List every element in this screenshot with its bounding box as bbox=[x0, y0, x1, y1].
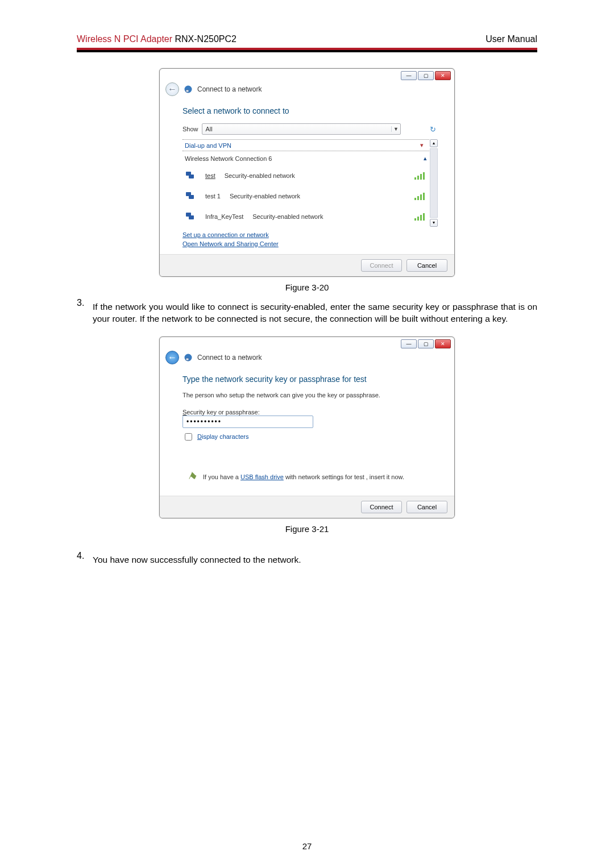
network-desc: Security-enabled network bbox=[252, 213, 323, 220]
step4-text: You have now successfully connected to t… bbox=[93, 554, 537, 566]
page-number: 27 bbox=[0, 841, 614, 851]
step3-text: If the network you would like to connect… bbox=[93, 301, 537, 325]
signal-strength-icon bbox=[414, 192, 427, 201]
connect-dialog-passphrase: — ▢ ✕ ← Connect to a network Type the ne… bbox=[159, 337, 455, 518]
scrollbar[interactable]: ▴ ▾ bbox=[429, 139, 438, 227]
dialog-title: Connect to a network bbox=[197, 85, 262, 93]
svg-rect-6 bbox=[420, 174, 422, 180]
passphrase-label: ecurity key or passphrase: bbox=[186, 409, 259, 416]
usb-drive-icon: ⚑ bbox=[186, 469, 200, 484]
dialog-subtext: The person who setup the network can giv… bbox=[182, 392, 438, 398]
maximize-icon[interactable]: ▢ bbox=[418, 71, 434, 80]
connect-dialog-select: — ▢ ✕ ← Connect to a network Select a ne… bbox=[159, 68, 455, 277]
computer-pair-icon bbox=[185, 170, 196, 181]
show-label: Show bbox=[182, 126, 198, 132]
title-product-red: Wireless N PCI Adapter bbox=[77, 34, 172, 44]
list-number-4: 4. bbox=[77, 551, 93, 573]
computer-pair-icon bbox=[185, 190, 196, 202]
link-setup-connection[interactable]: Set up a connection or network bbox=[182, 230, 438, 239]
connect-button[interactable]: Connect bbox=[361, 501, 402, 513]
scroll-track[interactable] bbox=[430, 148, 438, 218]
network-row[interactable]: test Security-enabled network bbox=[182, 165, 429, 186]
cancel-button[interactable]: Cancel bbox=[406, 259, 447, 272]
group-wireless-label: Wireless Network Connection 6 bbox=[185, 155, 272, 162]
dialog-title: Connect to a network bbox=[197, 354, 262, 362]
network-row[interactable]: Infra_KeyTest Security-enabled network bbox=[182, 206, 429, 227]
passphrase-input[interactable] bbox=[182, 416, 313, 428]
chevron-down-icon: ▼ bbox=[391, 126, 400, 132]
usb-flash-link[interactable]: USB flash drive bbox=[240, 474, 284, 480]
svg-rect-1 bbox=[186, 90, 189, 92]
chevron-up-icon: ▴ bbox=[424, 155, 427, 162]
svg-rect-12 bbox=[420, 194, 422, 200]
network-name: Infra_KeyTest bbox=[205, 213, 243, 220]
show-filter-combo[interactable]: All ▼ bbox=[202, 123, 401, 135]
svg-rect-5 bbox=[417, 176, 419, 180]
title-product-model: RNX-N250PC2 bbox=[172, 34, 237, 44]
cancel-button[interactable]: Cancel bbox=[406, 501, 447, 513]
close-icon[interactable]: ✕ bbox=[435, 71, 451, 80]
close-icon[interactable]: ✕ bbox=[435, 339, 451, 348]
svg-rect-18 bbox=[420, 215, 422, 221]
scroll-down-icon[interactable]: ▾ bbox=[430, 219, 438, 227]
svg-rect-9 bbox=[189, 195, 194, 199]
svg-rect-13 bbox=[423, 193, 425, 200]
dialog-heading: Select a network to connect to bbox=[182, 106, 438, 115]
computer-pair-icon bbox=[185, 211, 196, 222]
svg-rect-15 bbox=[189, 215, 194, 219]
display-characters-checkbox[interactable] bbox=[185, 433, 192, 441]
svg-rect-3 bbox=[189, 175, 194, 178]
dialog-heading: Type the network security key or passphr… bbox=[182, 375, 438, 384]
group-dialup-label: Dial-up and VPN bbox=[185, 142, 231, 149]
network-row[interactable]: test 1 Security-enabled network bbox=[182, 186, 429, 206]
signal-strength-icon bbox=[414, 212, 427, 221]
header-manual-label: User Manual bbox=[486, 34, 537, 44]
nav-back-icon[interactable]: ← bbox=[165, 82, 179, 96]
svg-rect-19 bbox=[423, 213, 425, 221]
network-globe-icon bbox=[184, 353, 193, 362]
refresh-icon[interactable]: ↻ bbox=[427, 123, 438, 135]
network-desc: Security-enabled network bbox=[225, 172, 295, 179]
scroll-up-icon[interactable]: ▴ bbox=[430, 139, 438, 147]
svg-rect-11 bbox=[417, 196, 419, 200]
network-name: test 1 bbox=[205, 193, 221, 200]
svg-rect-7 bbox=[423, 172, 425, 180]
minimize-icon[interactable]: — bbox=[401, 339, 417, 348]
network-name: test bbox=[205, 172, 215, 179]
connect-button[interactable]: Connect bbox=[361, 259, 402, 272]
chevron-down-red-icon: ▾ bbox=[420, 142, 424, 149]
signal-strength-icon bbox=[414, 171, 427, 180]
group-dialup[interactable]: Dial-up and VPN ▾ bbox=[182, 139, 429, 151]
maximize-icon[interactable]: ▢ bbox=[418, 339, 434, 348]
header-title: Wireless N PCI Adapter RNX-N250PC2 bbox=[77, 34, 237, 44]
svg-rect-16 bbox=[414, 218, 416, 221]
figure-caption-1: Figure 3-20 bbox=[77, 283, 537, 292]
minimize-icon[interactable]: — bbox=[401, 71, 417, 80]
group-wireless[interactable]: Wireless Network Connection 6 ▴ bbox=[182, 153, 429, 165]
figure-caption-2: Figure 3-21 bbox=[77, 524, 537, 534]
page-header: Wireless N PCI Adapter RNX-N250PC2 User … bbox=[77, 34, 537, 44]
display-characters-label: Display characters bbox=[197, 433, 249, 440]
link-network-sharing[interactable]: Open Network and Sharing Center bbox=[182, 239, 438, 248]
svg-rect-21 bbox=[186, 358, 189, 360]
list-number-3: 3. bbox=[77, 298, 93, 332]
usb-hint: If you have a USB flash drive with netwo… bbox=[203, 474, 404, 480]
svg-rect-10 bbox=[414, 198, 416, 200]
nav-back-icon[interactable]: ← bbox=[165, 351, 179, 364]
show-filter-value: All bbox=[202, 126, 391, 132]
network-globe-icon bbox=[184, 85, 193, 94]
network-desc: Security-enabled network bbox=[230, 193, 300, 200]
svg-rect-4 bbox=[414, 177, 416, 180]
svg-rect-17 bbox=[417, 217, 419, 221]
